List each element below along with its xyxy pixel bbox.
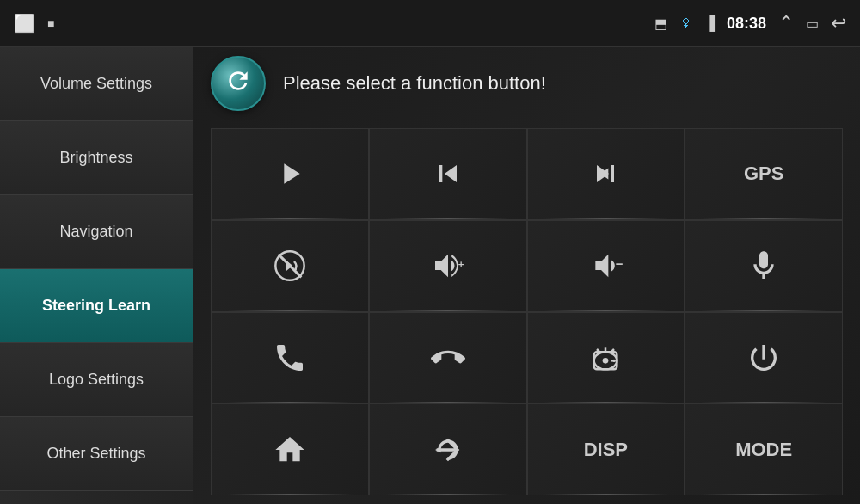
func-gps[interactable]: GPS: [685, 128, 843, 220]
back-icon[interactable]: ↩: [831, 12, 846, 34]
mute-icon: [273, 249, 307, 283]
svg-text:−: −: [616, 256, 623, 271]
func-next[interactable]: [527, 128, 685, 220]
sidebar-label-steering-learn: Steering Learn: [42, 297, 150, 315]
status-right: ⬒ ⯱ ▐ 08:38 ⌃ ▭ ↩: [654, 12, 846, 34]
hang-up-icon: [431, 341, 465, 375]
sidebar-item-volume-settings[interactable]: Volume Settings: [0, 47, 193, 121]
sidebar-label-volume-settings: Volume Settings: [40, 75, 152, 93]
sidebar: Volume Settings Brightness Navigation St…: [0, 47, 194, 504]
sidebar-item-other-settings[interactable]: Other Settings: [0, 417, 193, 491]
status-time: 08:38: [727, 15, 766, 33]
main-content: Volume Settings Brightness Navigation St…: [0, 47, 860, 504]
func-mode[interactable]: MODE: [685, 403, 843, 495]
func-play[interactable]: [211, 128, 369, 220]
skip-previous-icon: [431, 157, 465, 191]
mic-icon: [746, 249, 781, 283]
refresh-button[interactable]: [211, 56, 266, 111]
sidebar-item-steering-learn[interactable]: Steering Learn: [0, 269, 193, 343]
func-power[interactable]: [685, 312, 843, 404]
disp-label: DISP: [584, 439, 628, 461]
square-icon[interactable]: ■: [47, 16, 54, 30]
cast-icon: ⬒: [654, 15, 667, 32]
home-icon[interactable]: ⬜: [14, 13, 35, 34]
sidebar-label-other-settings: Other Settings: [46, 445, 145, 463]
func-back-curved[interactable]: [369, 403, 527, 495]
func-prev[interactable]: [369, 128, 527, 220]
func-vol-up[interactable]: +: [369, 220, 527, 312]
sidebar-item-navigation[interactable]: Navigation: [0, 195, 193, 269]
mode-label: MODE: [735, 439, 792, 461]
back-curved-icon: [431, 433, 465, 467]
chevron-up-icon[interactable]: ⌃: [778, 12, 794, 34]
play-icon: [273, 157, 307, 191]
sidebar-item-brightness[interactable]: Brightness: [0, 121, 193, 195]
sidebar-item-logo-settings[interactable]: Logo Settings: [0, 343, 193, 417]
func-mute[interactable]: [211, 220, 369, 312]
svg-point-11: [613, 360, 616, 362]
func-vol-down[interactable]: −: [527, 220, 685, 312]
func-hang-up[interactable]: [369, 312, 527, 404]
func-radio[interactable]: [527, 312, 685, 404]
status-bar: ⬜ ■ ⬒ ⯱ ▐ 08:38 ⌃ ▭ ↩: [0, 0, 860, 47]
refresh-icon: [224, 67, 252, 101]
func-home[interactable]: [211, 403, 369, 495]
radio-icon: [588, 341, 623, 375]
power-icon: [746, 341, 781, 375]
header-title: Please select a function button!: [283, 72, 546, 95]
func-call[interactable]: [211, 312, 369, 404]
home-func-icon: [273, 433, 307, 467]
volume-up-icon: +: [431, 249, 465, 283]
header-row: Please select a function button!: [211, 56, 843, 118]
svg-point-5: [603, 358, 609, 364]
sidebar-label-logo-settings: Logo Settings: [49, 371, 144, 389]
sidebar-label-navigation: Navigation: [59, 223, 132, 241]
func-disp[interactable]: DISP: [527, 403, 685, 495]
bluetooth-icon: ⯱: [679, 15, 693, 31]
skip-next-icon: [588, 157, 623, 191]
call-icon: [273, 341, 307, 375]
volume-down-icon: −: [588, 249, 623, 283]
func-mic[interactable]: [685, 220, 843, 312]
signal-icon: ▐: [705, 15, 715, 31]
svg-text:+: +: [458, 258, 464, 269]
screen-icon[interactable]: ▭: [806, 15, 819, 32]
function-grid: GPS +: [211, 128, 843, 495]
right-panel: Please select a function button! GPS: [194, 47, 860, 504]
gps-label: GPS: [744, 163, 783, 185]
status-left: ⬜ ■: [14, 13, 54, 34]
sidebar-label-brightness: Brightness: [59, 149, 132, 167]
